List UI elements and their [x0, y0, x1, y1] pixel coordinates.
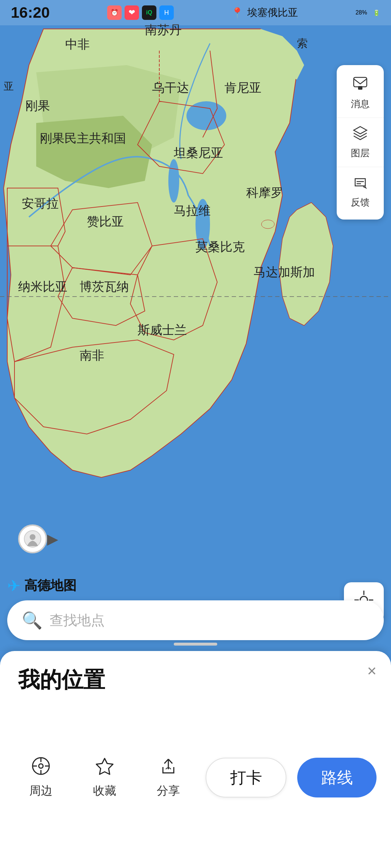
nearby-icon: [31, 756, 51, 780]
layers-label: 图层: [351, 147, 370, 159]
checkin-button[interactable]: 打卡: [206, 758, 286, 797]
route-button[interactable]: 路线: [297, 758, 377, 797]
app-icons: ⏰ ❤ iQ H: [107, 5, 174, 20]
nearby-button[interactable]: 周边: [14, 756, 67, 799]
panel-close-button[interactable]: ×: [367, 662, 377, 680]
message-label: 消息: [351, 98, 370, 110]
marker-arrow-icon: ▶: [47, 531, 58, 547]
search-divider: [174, 643, 217, 646]
svg-rect-6: [354, 77, 367, 87]
nearby-label: 周边: [29, 783, 52, 799]
route-label: 路线: [321, 767, 353, 788]
share-button[interactable]: 分享: [142, 756, 195, 799]
collect-button[interactable]: 收藏: [78, 756, 131, 799]
share-label: 分享: [157, 783, 180, 799]
toolbar-feedback[interactable]: 反馈: [337, 167, 384, 216]
svg-point-2: [196, 199, 210, 250]
amap-logo: ✈ 高德地图: [7, 576, 76, 595]
toolbar-message[interactable]: 消息: [337, 69, 384, 118]
message-icon: [352, 76, 368, 95]
toolbar-layers[interactable]: 图层: [337, 118, 384, 167]
marker-avatar: [18, 524, 47, 553]
status-time: 16:20: [11, 4, 50, 21]
action-bar: 周边 收藏 分享 打卡 路: [0, 749, 391, 807]
svg-point-19: [39, 764, 43, 768]
map-container[interactable]: 中非 南苏丹 索 亚 乌干达 肯尼亚 刚果 刚果民主共和国 坦桑尼亚 安哥拉 科…: [0, 0, 391, 651]
location-text: 埃塞俄比亚: [247, 6, 298, 20]
svg-point-1: [186, 101, 226, 130]
status-bar: 16:20 ⏰ ❤ iQ H 📍 埃塞俄比亚 28% 🔋: [0, 0, 391, 25]
feedback-label: 反馈: [351, 196, 370, 209]
battery-icon: 🔋: [373, 9, 380, 16]
checkin-label: 打卡: [230, 767, 262, 788]
feedback-icon: [352, 174, 368, 194]
battery-percentage: 28%: [356, 9, 367, 16]
search-placeholder-text: 查找地点: [50, 611, 105, 630]
svg-marker-8: [354, 127, 367, 134]
svg-marker-24: [96, 758, 113, 774]
iqiyi-icon: iQ: [142, 5, 156, 20]
svg-point-3: [168, 159, 179, 203]
search-icon: 🔍: [22, 610, 42, 630]
bottom-panel: × 我的位置 周边 收藏: [0, 651, 391, 868]
map-marker[interactable]: ▶: [18, 524, 58, 553]
collect-icon: [95, 756, 114, 780]
layers-icon: [352, 125, 368, 145]
panel-title: 我的位置: [18, 665, 105, 695]
amap-logo-icon: ✈: [7, 576, 21, 595]
share-icon: [159, 756, 178, 780]
alarm-icon: ⏰: [107, 5, 122, 20]
right-toolbar: 消息 图层 反馈: [337, 65, 384, 220]
status-right: 28% 🔋: [356, 9, 380, 16]
svg-rect-7: [358, 86, 362, 90]
collect-label: 收藏: [93, 783, 116, 799]
huawei-icon: H: [159, 5, 174, 20]
svg-point-12: [30, 534, 35, 540]
status-center: 📍 埃塞俄比亚: [231, 6, 298, 20]
coupon-icon: ❤: [125, 5, 139, 20]
location-icon: 📍: [231, 7, 244, 19]
svg-point-5: [261, 220, 274, 229]
amap-logo-text: 高德地图: [24, 577, 76, 595]
search-bar[interactable]: 🔍 查找地点: [7, 600, 384, 640]
